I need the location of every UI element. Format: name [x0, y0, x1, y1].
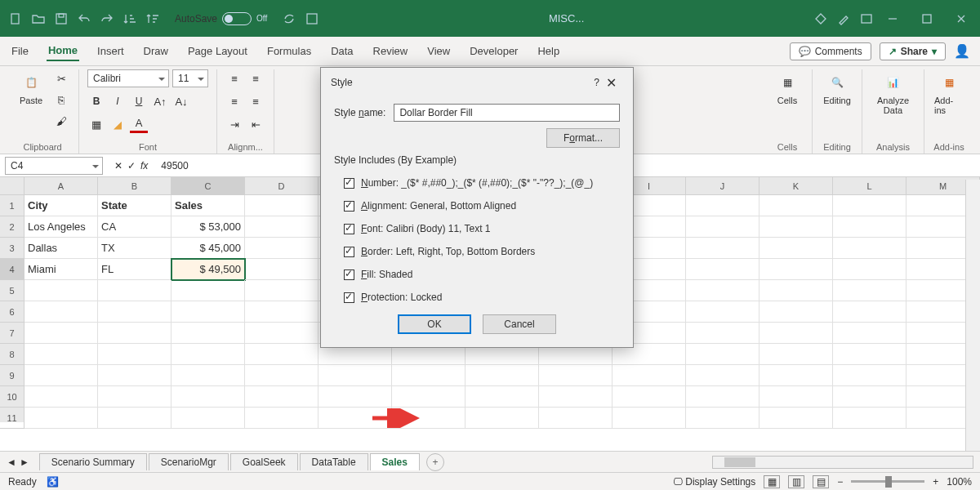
- cell[interactable]: [318, 365, 392, 386]
- cell[interactable]: [245, 195, 318, 216]
- increase-font-icon[interactable]: A↑: [151, 92, 169, 110]
- cancel-formula-icon[interactable]: ✕: [114, 160, 122, 172]
- cell[interactable]: City: [24, 195, 98, 216]
- cell[interactable]: [760, 386, 833, 408]
- sort-desc-icon[interactable]: [144, 10, 162, 28]
- cell[interactable]: [833, 301, 906, 323]
- zoom-out-button[interactable]: −: [837, 476, 843, 488]
- cell[interactable]: [760, 323, 833, 344]
- cell[interactable]: [686, 259, 760, 280]
- style-include-option[interactable]: Alignment: General, Bottom Aligned: [344, 200, 620, 212]
- undo-icon[interactable]: [75, 10, 93, 28]
- checkbox[interactable]: [344, 178, 354, 189]
- cell[interactable]: [760, 195, 833, 216]
- column-header[interactable]: J: [686, 177, 760, 195]
- cell[interactable]: [24, 280, 98, 301]
- row-header[interactable]: 2: [0, 216, 24, 238]
- cell[interactable]: [612, 386, 686, 408]
- normal-view-icon[interactable]: ▦: [764, 475, 780, 488]
- cell[interactable]: [245, 323, 318, 344]
- cell[interactable]: [245, 259, 318, 280]
- cell[interactable]: [833, 216, 906, 238]
- maximize-icon[interactable]: [915, 10, 939, 28]
- cell[interactable]: [24, 301, 98, 323]
- row-header[interactable]: 3: [0, 238, 24, 259]
- cancel-button[interactable]: Cancel: [483, 314, 556, 334]
- decrease-font-icon[interactable]: A↓: [172, 92, 190, 110]
- cell[interactable]: [539, 365, 612, 386]
- autosave-toggle[interactable]: AutoSave Off: [175, 12, 267, 25]
- style-include-option[interactable]: Number: _($* #,##0_);_($* (#,##0);_($* "…: [344, 177, 620, 189]
- cell[interactable]: Dallas: [24, 238, 98, 259]
- cell[interactable]: $ 49,500: [172, 259, 245, 280]
- vertical-scrollbar[interactable]: [965, 180, 980, 451]
- copy-icon[interactable]: ⎘: [52, 91, 70, 109]
- display-settings-button[interactable]: 🖵 Display Settings: [673, 476, 755, 488]
- page-break-view-icon[interactable]: ▤: [813, 475, 829, 488]
- minimize-icon[interactable]: [880, 10, 905, 28]
- cell[interactable]: [392, 365, 466, 386]
- align-left-icon[interactable]: ≡: [225, 92, 243, 110]
- add-sheet-button[interactable]: +: [426, 453, 444, 471]
- font-color-button[interactable]: A: [130, 115, 148, 133]
- sheet-tab[interactable]: Scenario Summary: [39, 453, 147, 470]
- editing-button[interactable]: 🔍Editing: [821, 69, 853, 107]
- checkbox[interactable]: [344, 270, 354, 280]
- cell[interactable]: [466, 408, 539, 429]
- cell[interactable]: [760, 238, 833, 259]
- column-header[interactable]: A: [24, 177, 98, 195]
- cell[interactable]: [833, 259, 906, 280]
- close-icon[interactable]: [949, 10, 973, 28]
- row-header[interactable]: 9: [0, 365, 24, 386]
- cell[interactable]: [24, 365, 98, 386]
- cell[interactable]: [760, 301, 833, 323]
- cell[interactable]: [612, 365, 686, 386]
- tab-insert[interactable]: Insert: [96, 42, 126, 60]
- paste-button[interactable]: 📋 Paste: [15, 69, 47, 107]
- cell[interactable]: [760, 280, 833, 301]
- cell[interactable]: [172, 301, 245, 323]
- tab-home[interactable]: Home: [47, 41, 79, 61]
- style-include-option[interactable]: Font: Calibri (Body) 11, Text 1: [344, 223, 620, 234]
- align-middle-icon[interactable]: ≡: [247, 69, 265, 87]
- cell[interactable]: $ 45,000: [172, 238, 245, 259]
- cell[interactable]: TX: [98, 238, 172, 259]
- fill-color-button[interactable]: ◢: [109, 115, 127, 133]
- tab-developer[interactable]: Developer: [468, 42, 519, 60]
- horizontal-scrollbar[interactable]: [712, 456, 973, 469]
- checkbox[interactable]: [344, 224, 354, 234]
- style-include-option[interactable]: Border: Left, Right, Top, Bottom Borders: [344, 246, 620, 257]
- row-header[interactable]: 5: [0, 280, 24, 301]
- column-header[interactable]: K: [760, 177, 833, 195]
- user-icon[interactable]: 👤: [954, 43, 970, 59]
- cell[interactable]: [245, 408, 318, 429]
- cell[interactable]: [686, 216, 760, 238]
- save-icon[interactable]: [52, 10, 70, 28]
- cell[interactable]: [172, 323, 245, 344]
- underline-button[interactable]: U: [130, 92, 148, 110]
- cell[interactable]: [833, 408, 906, 429]
- align-top-icon[interactable]: ≡: [225, 69, 243, 87]
- fx-icon[interactable]: fx: [140, 160, 148, 172]
- cell[interactable]: [686, 365, 760, 386]
- dialog-help-button[interactable]: ?: [594, 77, 599, 88]
- cell[interactable]: [98, 408, 172, 429]
- select-all-corner[interactable]: [0, 177, 24, 195]
- diamond-icon[interactable]: [812, 10, 830, 28]
- cell[interactable]: [686, 195, 760, 216]
- ok-button[interactable]: OK: [398, 314, 471, 334]
- page-layout-view-icon[interactable]: ▥: [788, 475, 804, 488]
- cell[interactable]: [172, 344, 245, 365]
- format-painter-icon[interactable]: 🖌: [52, 112, 70, 130]
- cell[interactable]: [245, 365, 318, 386]
- zoom-slider[interactable]: [851, 480, 924, 483]
- enter-formula-icon[interactable]: ✓: [127, 160, 136, 172]
- cell[interactable]: [172, 386, 245, 408]
- cell[interactable]: [686, 238, 760, 259]
- cell[interactable]: [392, 386, 466, 408]
- sort-asc-icon[interactable]: [121, 10, 139, 28]
- indent-icon[interactable]: ⇥: [225, 115, 243, 133]
- cell[interactable]: [833, 386, 906, 408]
- tab-view[interactable]: View: [425, 42, 452, 60]
- cell[interactable]: [833, 280, 906, 301]
